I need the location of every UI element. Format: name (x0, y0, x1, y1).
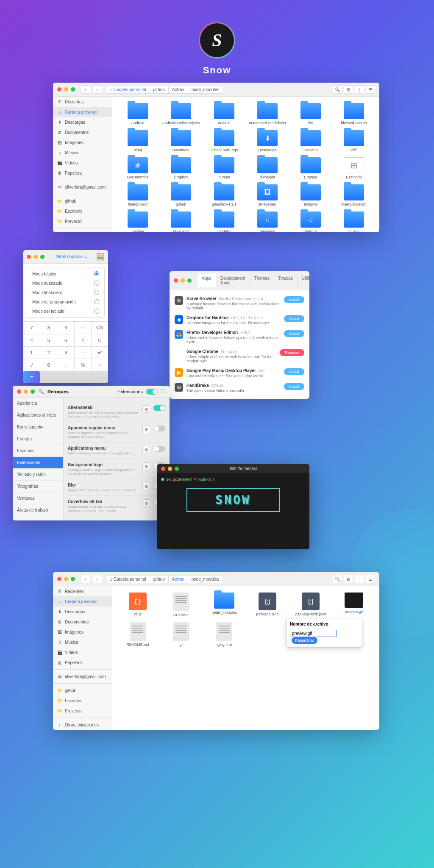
calc-key[interactable]: x² (92, 347, 108, 359)
sidebar-item[interactable]: 📁Escritorio (53, 696, 112, 706)
mode-option[interactable]: Modo del teclado (29, 306, 103, 316)
window-controls[interactable] (174, 278, 192, 283)
category-tab[interactable]: Utilities (298, 274, 309, 287)
sidebar-item[interactable]: ⌂Carpeta personal (53, 596, 112, 606)
calc-key[interactable]: + (92, 359, 108, 371)
folder-item[interactable]: Boostnote (162, 130, 200, 152)
view-toggle-icon[interactable]: ⊞ (344, 85, 353, 94)
sidebar-item[interactable]: 🗎Documentos (53, 617, 112, 627)
file-item[interactable]: .git (162, 622, 200, 647)
breadcrumb-item[interactable]: node_modules (188, 575, 223, 583)
action-button[interactable]: Remove (280, 349, 304, 356)
folder-item[interactable]: insertUbication (335, 184, 373, 206)
calc-key[interactable]: 1 (23, 347, 40, 359)
action-button[interactable]: Install (284, 368, 304, 375)
sidebar-item[interactable]: 📁Prevecar (53, 216, 112, 226)
sidebar-item[interactable]: ♫Música (53, 637, 112, 647)
calc-key[interactable]: 6 (57, 334, 74, 346)
folder-item[interactable]: Microsoft (162, 211, 200, 232)
app-item[interactable]: ▶Google Play Music Desktop PlayerMITFast… (175, 366, 304, 381)
folder-item[interactable]: articulo (205, 103, 243, 125)
category-tab[interactable]: Themes (250, 274, 274, 287)
window-controls[interactable] (57, 87, 75, 92)
app-item[interactable]: 🦊Firefox Developer EditionMPL2A fast, st… (175, 328, 304, 347)
folder-item[interactable]: glassfish-4.1.1 (205, 184, 243, 206)
breadcrumb-item[interactable]: ⌂ Carpeta personal (106, 575, 150, 583)
hamburger-icon[interactable]: ☰ (366, 575, 375, 583)
gear-icon[interactable]: ⚙ (142, 483, 150, 490)
folder-item[interactable]: Android (119, 103, 157, 125)
filename-input[interactable] (290, 630, 337, 637)
file-item[interactable]: { }cli.js (119, 593, 157, 617)
search-icon[interactable]: 🔍 (38, 389, 44, 394)
window-controls[interactable] (17, 389, 35, 394)
folder-item[interactable]: bluej (119, 130, 157, 152)
breadcrumb-item[interactable]: Antrax (168, 575, 188, 583)
category-item[interactable]: Escritorio (13, 445, 63, 457)
folder-item[interactable]: automated-markdown (248, 103, 287, 125)
window-controls[interactable] (27, 255, 45, 259)
view-toggle-icon[interactable]: ⊞ (344, 575, 353, 583)
sidebar-item[interactable]: 📁github (53, 196, 112, 206)
menu-icon[interactable]: ⋮ (355, 85, 364, 94)
category-item[interactable]: Teclado y ratón (13, 469, 63, 481)
gear-icon[interactable]: ⚙ (142, 499, 150, 507)
folder-item[interactable]: Imagine (292, 184, 330, 206)
sidebar-item[interactable]: 📁Prevecar (53, 706, 112, 716)
calc-key[interactable]: 3 (57, 347, 74, 359)
sidebar-item[interactable]: ⬇Descargas (53, 117, 112, 127)
sidebar-item[interactable]: ♫Música (53, 147, 112, 158)
calc-key[interactable]: % (75, 359, 91, 371)
file-item[interactable]: LICENSE (162, 593, 200, 617)
master-toggle[interactable] (146, 389, 158, 395)
sidebar-item[interactable]: 🗑Papelera (53, 657, 112, 668)
folder-item[interactable]: ♫museeks (248, 211, 287, 232)
menu-icon[interactable]: ⋮ (355, 575, 364, 583)
folder-item[interactable]: github (162, 184, 200, 206)
window-controls[interactable] (57, 577, 75, 581)
breadcrumb-item[interactable]: node_modules (188, 86, 223, 94)
category-item[interactable]: Energía (13, 433, 63, 445)
sidebar-item[interactable]: ⏱Recientes (53, 586, 112, 596)
category-item[interactable]: Aplicaciones al inicio (13, 409, 63, 421)
file-item[interactable]: preview.gif (335, 593, 373, 617)
app-item[interactable]: ●Google ChromeFreewareA fast, simple and… (175, 347, 304, 366)
calc-key[interactable]: 5 (40, 334, 57, 346)
app-item[interactable]: ⚙Brave BrowserMozilla Public License 2.0… (175, 294, 304, 313)
file-item[interactable]: node_modules (205, 593, 243, 617)
mode-option[interactable]: Modo básico (29, 269, 103, 278)
sidebar-item[interactable]: ⌂Carpeta personal (53, 107, 112, 117)
category-tab[interactable]: Tweaks (274, 274, 298, 287)
extension-toggle[interactable] (153, 405, 165, 411)
category-item[interactable]: Áreas de trabajo (13, 504, 63, 516)
mode-option[interactable]: Modo avanzado (29, 278, 103, 288)
sidebar-item[interactable]: 🎬Videos (53, 158, 112, 168)
sidebar-item[interactable]: 🖼Imágenes (53, 137, 112, 147)
calc-key[interactable]: − (75, 347, 91, 359)
sidebar-item[interactable]: 📁Escritorio (53, 206, 112, 216)
sidebar-item[interactable]: 🎬Videos (53, 647, 112, 657)
breadcrumb[interactable]: ⌂ Carpeta personalgithubAntraxnode_modul… (106, 575, 223, 583)
calc-key[interactable]: 0 (40, 359, 57, 371)
folder-item[interactable]: ♫Música (292, 211, 330, 232)
action-button[interactable]: Install (284, 383, 304, 390)
sidebar-item[interactable]: ⬇Descargas (53, 606, 112, 617)
folder-item[interactable]: Energia (292, 157, 330, 179)
info-icon[interactable]: ⓘ (161, 388, 165, 395)
folder-item[interactable]: modelio (205, 211, 243, 232)
file-item[interactable]: {;}package-lock.json (292, 593, 330, 617)
extension-toggle[interactable] (153, 426, 165, 431)
action-button[interactable]: Install (284, 315, 304, 322)
folder-item[interactable]: Dropbox (162, 157, 200, 179)
folder-item[interactable]: final-project (119, 184, 157, 206)
folder-item[interactable]: blessed-contrib (335, 103, 373, 125)
mode-option[interactable]: Modo de programación (29, 297, 103, 306)
breadcrumb[interactable]: ⌂ Carpeta personalgithubAntraxnode_modul… (106, 86, 223, 94)
sidebar-item[interactable]: ⏱Recientes (53, 97, 112, 107)
back-button[interactable]: ‹ (81, 85, 90, 94)
folder-item[interactable]: medley (119, 211, 157, 232)
breadcrumb-item[interactable]: github (150, 86, 169, 94)
folder-item[interactable]: 🗎Documentos (119, 157, 157, 179)
extension-toggle[interactable] (153, 446, 165, 452)
folder-item[interactable]: 🖼Imágenes (248, 184, 287, 206)
